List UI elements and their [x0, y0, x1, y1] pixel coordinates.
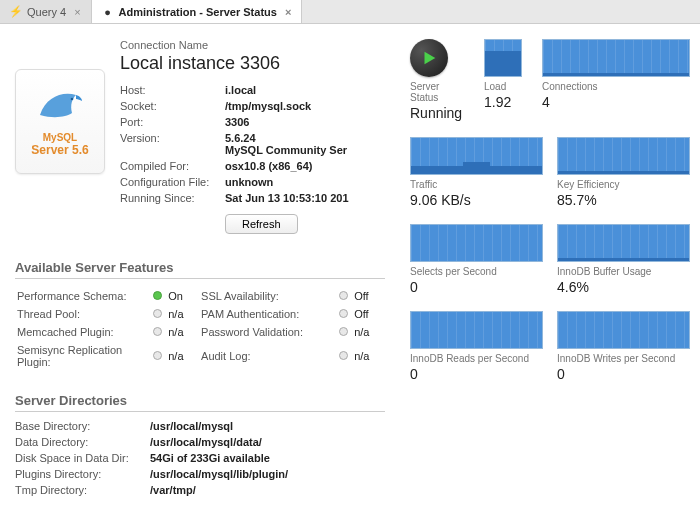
close-icon[interactable]: × [285, 6, 291, 18]
running-label: Running Since: [120, 192, 225, 204]
status-dot-icon [153, 309, 162, 318]
status-dot-icon [153, 291, 162, 300]
server-status-value: Running [410, 105, 470, 121]
reads-label: InnoDB Reads per Second [410, 353, 543, 364]
memcached-label: Memcached Plugin: [15, 323, 149, 341]
reads-graph [410, 311, 543, 349]
ssl-value: Off [352, 287, 385, 305]
status-dot-icon [153, 351, 162, 360]
version-value: 5.6.24MySQL Community Ser [225, 132, 385, 156]
load-value: 1.92 [484, 94, 528, 110]
reads-value: 0 [410, 366, 543, 382]
status-dot-icon [339, 327, 348, 336]
features-table: Performance Schema: On SSL Availability:… [15, 287, 385, 371]
status-dot-icon [339, 351, 348, 360]
tab-query[interactable]: ⚡ Query 4 × [0, 0, 92, 23]
writes-value: 0 [557, 366, 690, 382]
thread-pool-label: Thread Pool: [15, 305, 149, 323]
memcached-value: n/a [166, 323, 199, 341]
play-icon [420, 49, 438, 67]
refresh-button[interactable]: Refresh [225, 214, 298, 234]
status-dot-icon [339, 309, 348, 318]
host-value: i.local [225, 84, 385, 96]
connection-name-label: Connection Name [120, 39, 385, 51]
pam-label: PAM Authentication: [199, 305, 335, 323]
config-value: unknown [225, 176, 385, 188]
traffic-graph [410, 137, 543, 175]
dolphin-icon [36, 87, 84, 128]
plugins-dir-label: Plugins Directory: [15, 468, 150, 480]
tab-bar: ⚡ Query 4 × ● Administration - Server St… [0, 0, 700, 24]
socket-value: /tmp/mysql.sock [225, 100, 385, 112]
ssl-label: SSL Availability: [199, 287, 335, 305]
connection-name: Local instance 3306 [120, 53, 385, 74]
pam-value: Off [352, 305, 385, 323]
key-eff-value: 85.7% [557, 192, 690, 208]
disk-label: Disk Space in Data Dir: [15, 452, 150, 464]
key-eff-graph [557, 137, 690, 175]
audit-label: Audit Log: [199, 341, 335, 371]
close-icon[interactable]: × [74, 6, 80, 18]
tab-label: Administration - Server Status [119, 6, 277, 18]
port-label: Port: [120, 116, 225, 128]
base-dir-label: Base Directory: [15, 420, 150, 432]
dirs-header: Server Directories [15, 393, 385, 412]
host-label: Host: [120, 84, 225, 96]
svg-point-0 [71, 97, 74, 100]
tab-admin[interactable]: ● Administration - Server Status × [92, 0, 303, 23]
logo-version: Server 5.6 [31, 143, 88, 157]
port-value: 3306 [225, 116, 385, 128]
dot-icon: ● [102, 6, 114, 18]
disk-value: 54Gi of 233Gi available [150, 452, 385, 464]
audit-value: n/a [352, 341, 385, 371]
base-dir-value: /usr/local/mysql [150, 420, 385, 432]
server-status-label: Server Status [410, 81, 470, 103]
compiled-value: osx10.8 (x86_64) [225, 160, 385, 172]
config-label: Configuration File: [120, 176, 225, 188]
status-dot-icon [153, 327, 162, 336]
password-label: Password Validation: [199, 323, 335, 341]
features-header: Available Server Features [15, 260, 385, 279]
selects-value: 0 [410, 279, 543, 295]
key-eff-label: Key Efficiency [557, 179, 690, 190]
buffer-label: InnoDB Buffer Usage [557, 266, 690, 277]
data-dir-label: Data Directory: [15, 436, 150, 448]
writes-label: InnoDB Writes per Second [557, 353, 690, 364]
compiled-label: Compiled For: [120, 160, 225, 172]
socket-label: Socket: [120, 100, 225, 112]
lightning-icon: ⚡ [10, 6, 22, 18]
buffer-graph [557, 224, 690, 262]
tmp-dir-value: /var/tmp/ [150, 484, 385, 496]
connection-info: Connection Name Local instance 3306 Host… [120, 39, 385, 238]
selects-label: Selects per Second [410, 266, 543, 277]
tab-label: Query 4 [27, 6, 66, 18]
running-value: Sat Jun 13 10:53:10 201 [225, 192, 385, 204]
semisync-value: n/a [166, 341, 199, 371]
left-panel: MySQL Server 5.6 Connection Name Local i… [0, 24, 395, 505]
load-graph [484, 39, 522, 77]
server-start-button[interactable] [410, 39, 448, 77]
perf-schema-label: Performance Schema: [15, 287, 149, 305]
selects-graph [410, 224, 543, 262]
tmp-dir-label: Tmp Directory: [15, 484, 150, 496]
version-label: Version: [120, 132, 225, 156]
connections-label: Connections [542, 81, 690, 92]
right-panel: Server Status Running Load 1.92 Connecti… [395, 24, 700, 505]
status-dot-icon [339, 291, 348, 300]
data-dir-value: /usr/local/mysql/data/ [150, 436, 385, 448]
plugins-dir-value: /usr/local/mysql/lib/plugin/ [150, 468, 385, 480]
connections-graph [542, 39, 690, 77]
writes-graph [557, 311, 690, 349]
semisync-label: Semisync Replication Plugin: [15, 341, 149, 371]
thread-pool-value: n/a [166, 305, 199, 323]
traffic-value: 9.06 KB/s [410, 192, 543, 208]
logo-name: MySQL [43, 132, 77, 143]
traffic-label: Traffic [410, 179, 543, 190]
mysql-logo: MySQL Server 5.6 [15, 69, 105, 174]
buffer-value: 4.6% [557, 279, 690, 295]
connections-value: 4 [542, 94, 690, 110]
password-value: n/a [352, 323, 385, 341]
load-label: Load [484, 81, 528, 92]
perf-schema-value: On [166, 287, 199, 305]
